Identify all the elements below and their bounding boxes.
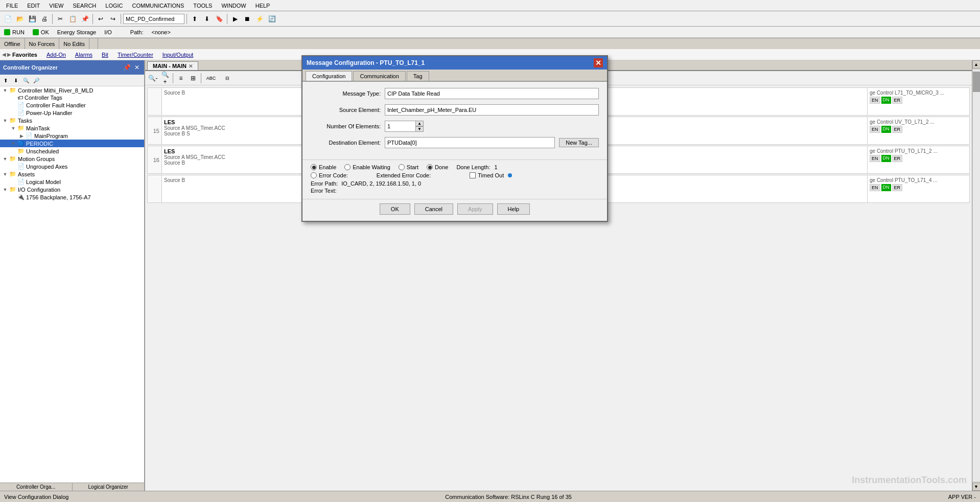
mode-dropdown[interactable]: MC_PD_Confirmed xyxy=(123,14,184,24)
btn-c[interactable]: 🔖 xyxy=(214,13,225,25)
copy-btn[interactable]: 📋 xyxy=(67,13,78,25)
status-enable: Enable xyxy=(311,164,336,170)
tree-item-tasks[interactable]: ▼ 📁 Tasks xyxy=(0,117,144,124)
panel-toolbar-btn3[interactable]: 🔍 xyxy=(21,76,31,85)
menu-window[interactable]: WINDOW xyxy=(217,2,250,10)
tree-item-unscheduled[interactable]: 📁 Unscheduled xyxy=(0,147,144,155)
menu-file[interactable]: FILE xyxy=(2,2,22,10)
panel-toolbar-btn4[interactable]: 🔎 xyxy=(32,76,41,85)
apply-button[interactable]: Apply xyxy=(457,203,493,215)
checkbox-timed-out[interactable] xyxy=(470,172,476,178)
message-type-select[interactable]: CIP Data Table Read xyxy=(385,88,599,99)
label-maintask: MainTask xyxy=(26,125,50,131)
mode-bar: Offline No Forces No Edits xyxy=(0,38,980,49)
dialog-tab-configuration[interactable]: Configuration xyxy=(306,71,352,81)
fav-addon[interactable]: Add-On xyxy=(42,51,70,58)
menu-communications[interactable]: COMMUNICATIONS xyxy=(128,2,189,10)
dest-element-control: PTUData[0] New Tag... xyxy=(385,137,599,148)
dest-element-select[interactable]: PTUData[0] xyxy=(385,137,555,148)
label-logical-model: Logical Model xyxy=(26,179,61,185)
indicators-top: EN DN ER xyxy=(870,97,967,104)
menu-logic[interactable]: LOGIC xyxy=(101,2,127,10)
btn-e[interactable]: ⏹ xyxy=(242,13,253,25)
menu-view[interactable]: VIEW xyxy=(45,2,67,10)
menu-tools[interactable]: TOOLS xyxy=(189,2,216,10)
icon-ctrl-tags: 🏷 xyxy=(17,95,23,101)
fav-timer-counter[interactable]: Timer/Counter xyxy=(113,51,157,58)
icon-logical-model: 📄 xyxy=(17,178,25,185)
status-done: Done xyxy=(427,164,448,170)
btn-b[interactable]: ⬇ xyxy=(201,13,213,25)
panel-toolbar-btn2[interactable]: ⬇ xyxy=(11,76,20,85)
menu-edit[interactable]: EDIT xyxy=(23,2,44,10)
menu-help[interactable]: HELP xyxy=(251,2,274,10)
ladder-btn1[interactable]: ≡ xyxy=(175,73,186,84)
fav-input-output[interactable]: Input/Output xyxy=(158,51,198,58)
new-btn[interactable]: 📄 xyxy=(2,13,13,25)
scroll-down-btn[interactable]: ▼ xyxy=(972,483,981,491)
expand-motion-groups: ▼ xyxy=(1,156,9,162)
tree-item-backplane[interactable]: 🔌 1756 Backplane, 1756-A7 xyxy=(0,193,144,201)
tab-controller-organizer[interactable]: Controller Orga... xyxy=(0,483,73,491)
tree-item-powerup[interactable]: 📄 Power-Up Handler xyxy=(0,109,144,117)
num-elements-input[interactable] xyxy=(385,121,415,132)
tree-item-periodic[interactable]: ▼ 🔵 PERIODIC xyxy=(0,140,144,147)
panel-toolbar-btn1[interactable]: ⬆ xyxy=(1,76,10,85)
cut-btn[interactable]: ✂ xyxy=(55,13,66,25)
ok-button[interactable]: OK xyxy=(380,203,410,215)
new-tag-button[interactable]: New Tag... xyxy=(559,138,599,147)
ladder-btn2[interactable]: ⊞ xyxy=(188,73,199,84)
tree-item-controller[interactable]: ▼ 📁 Controller Mithi_River_8_MLD xyxy=(0,86,144,94)
tab-logical-organizer[interactable]: Logical Organizer xyxy=(73,483,145,491)
help-button[interactable]: Help xyxy=(497,203,530,215)
scroll-thumb[interactable] xyxy=(973,72,980,92)
fav-left-arrow[interactable]: ◀ xyxy=(2,52,6,57)
tree-item-motion-groups[interactable]: ▼ 📁 Motion Groups xyxy=(0,155,144,163)
redo-btn[interactable]: ↪ xyxy=(107,13,119,25)
ok-label: OK xyxy=(41,29,49,35)
sep1 xyxy=(52,14,53,24)
tree-item-assets[interactable]: ▼ 📁 Assets xyxy=(0,170,144,178)
spinner-down[interactable]: ▼ xyxy=(415,126,424,132)
fav-alarms[interactable]: Alarms xyxy=(71,51,97,58)
panel-pin-btn[interactable]: 📌 xyxy=(123,62,131,73)
tree-item-ctrl-tags[interactable]: 🏷 Controller Tags xyxy=(0,94,144,101)
source-element-input[interactable] xyxy=(385,104,599,116)
btn-f[interactable]: ⚡ xyxy=(254,13,265,25)
sep4 xyxy=(186,14,187,24)
save-btn[interactable]: 💾 xyxy=(27,13,38,25)
btn-g[interactable]: 🔄 xyxy=(266,13,277,25)
open-btn[interactable]: 📂 xyxy=(14,13,26,25)
cancel-button[interactable]: Cancel xyxy=(414,203,453,215)
dialog-tab-tag[interactable]: Tag xyxy=(407,71,429,81)
scroll-up-btn[interactable]: ▲ xyxy=(972,60,981,69)
ladder-zoom-out[interactable]: 🔍- xyxy=(147,73,158,84)
ladder-abc-btn[interactable]: ABC xyxy=(203,73,219,84)
dialog-title: Message Configuration - PTU_TO_L71_1 xyxy=(307,59,425,66)
paste-btn[interactable]: 📌 xyxy=(79,13,90,25)
tree-item-logical-model[interactable]: 📄 Logical Model xyxy=(0,178,144,186)
dialog-tab-communication[interactable]: Communication xyxy=(353,71,405,81)
btn-a[interactable]: ⬆ xyxy=(189,13,200,25)
tree-item-io-config[interactable]: ▼ 📁 I/O Configuration xyxy=(0,186,144,193)
tree-item-maintask[interactable]: ▼ 📁 MainTask xyxy=(0,124,144,132)
print-btn[interactable]: 🖨 xyxy=(39,13,50,25)
vertical-scrollbar[interactable]: ▲ ▼ xyxy=(972,60,980,491)
dialog-close-btn[interactable]: ✕ xyxy=(594,58,603,67)
menu-search[interactable]: SEARCH xyxy=(68,2,100,10)
scroll-track[interactable] xyxy=(973,70,980,482)
tree-item-mainprogram[interactable]: ▶ 📄 MainProgram xyxy=(0,132,144,140)
ladder-rung-btn[interactable]: ⊟ xyxy=(220,73,235,84)
tab-main-close[interactable]: ✕ xyxy=(189,63,193,69)
tree-item-ungrouped[interactable]: 📄 Ungrouped Axes xyxy=(0,163,144,170)
fav-right-arrow[interactable]: ▶ xyxy=(7,52,11,57)
spinner-up[interactable]: ▲ xyxy=(415,121,424,126)
tree-item-fault-handler[interactable]: 📄 Controller Fault Handler xyxy=(0,101,144,109)
panel-close-btn[interactable]: ✕ xyxy=(133,62,141,73)
tab-main[interactable]: MAIN - MAIN ✕ xyxy=(147,61,198,70)
fav-bit[interactable]: Bit xyxy=(98,51,112,58)
undo-btn[interactable]: ↩ xyxy=(95,13,106,25)
ladder-zoom-in[interactable]: 🔍+ xyxy=(159,73,171,84)
btn-d[interactable]: ▶ xyxy=(229,13,241,25)
tree-container[interactable]: ▼ 📁 Controller Mithi_River_8_MLD 🏷 Contr… xyxy=(0,86,144,483)
